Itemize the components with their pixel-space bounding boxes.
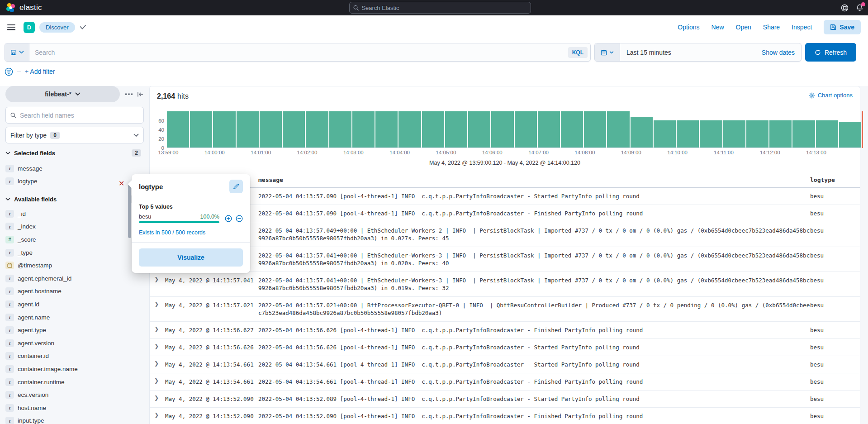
remove-logtype-field-icon[interactable]: ✕ [119,179,124,188]
histogram-bar[interactable] [769,120,792,148]
field-item-agent.ephemeral_id[interactable]: tagent.ephemeral_id [5,272,137,285]
field-item-_type[interactable]: t_type [5,246,137,259]
histogram-bar[interactable] [167,111,189,148]
chart-options-button[interactable]: Chart options [809,92,853,99]
expand-row-icon[interactable]: ❯ [153,297,165,307]
visualize-button[interactable]: Visualize [139,248,243,267]
table-row: ❯May 4, 2022 @ 14:13:57.0212022-05-04 04… [150,297,860,322]
field-item-container.image.name[interactable]: tcontainer.image.name [5,362,137,376]
field-item-agent.name[interactable]: tagent.name [5,311,137,324]
histogram-bar[interactable] [723,120,745,148]
field-search-input[interactable] [20,112,139,119]
expand-row-icon[interactable]: ❯ [153,373,165,384]
date-quick-menu-button[interactable] [595,43,620,61]
histogram-bar[interactable] [746,120,768,148]
space-avatar[interactable]: D [24,22,35,33]
histogram-bar[interactable] [607,111,629,148]
field-item-container.runtime[interactable]: tcontainer.runtime [5,376,137,389]
filter-out-value-icon[interactable] [236,215,243,222]
histogram-bar[interactable] [329,111,351,148]
kql-button[interactable]: KQL [568,47,588,58]
toolbar-link-share[interactable]: Share [763,24,780,31]
histogram-bar[interactable] [654,120,676,148]
histogram-bar[interactable] [260,111,282,148]
notification-dot [861,2,865,6]
histogram-chart[interactable]: 6040200 [167,111,861,148]
selected-fields-header[interactable]: Selected fields 2 [5,149,141,157]
query-input[interactable] [29,43,568,61]
expand-row-icon[interactable]: ❯ [153,339,165,349]
histogram-bar[interactable] [677,120,699,148]
field-item-agent.type[interactable]: tagent.type [5,324,137,337]
edit-field-button[interactable] [229,180,243,193]
field-item-ecs.version[interactable]: tecs.version [5,388,137,401]
filter-by-type-select[interactable]: Filter by type 0 [5,127,144,143]
exists-in-records-link[interactable]: Exists in 500 / 500 records [139,229,205,236]
expand-row-icon[interactable]: ❯ [153,322,165,332]
field-item-@timestamp[interactable]: @timestamp [5,259,137,272]
index-pattern-switcher[interactable]: filebeat-* [5,86,120,102]
field-item-input.type[interactable]: tinput.type [5,414,137,424]
field-item-logtype[interactable]: tlogtype [5,175,137,188]
expand-row-icon[interactable]: ❯ [153,391,165,401]
field-item-agent.version[interactable]: tagent.version [5,337,137,350]
save-button[interactable]: Save [824,20,861,34]
help-icon[interactable] [841,4,849,12]
histogram-bar[interactable] [792,120,815,148]
histogram-bar[interactable] [631,117,653,148]
available-fields-header[interactable]: Available fields 65 [5,195,141,203]
histogram-bar[interactable] [375,111,398,148]
collapse-sidebar-icon[interactable] [137,91,144,97]
field-item-agent.id[interactable]: tagent.id [5,298,137,311]
filter-for-value-icon[interactable] [225,215,232,222]
sidebar-scrollbar[interactable] [128,185,131,238]
toolbar-link-options[interactable]: Options [678,24,699,31]
saved-query-menu-button[interactable] [5,43,29,61]
field-item-_score[interactable]: #_score [5,233,137,246]
refresh-button[interactable]: Refresh [805,43,856,62]
histogram-bar[interactable] [213,111,235,148]
histogram-bar[interactable] [306,111,328,148]
field-item-container.id[interactable]: tcontainer.id [5,350,137,363]
time-range-value[interactable]: Last 15 minutes [620,49,762,56]
field-item-host.name[interactable]: thost.name [5,401,137,414]
histogram-bar[interactable] [237,111,259,148]
histogram-bar[interactable] [561,111,583,148]
histogram-bar[interactable] [398,111,421,148]
elastic-brand[interactable]: elastic [5,3,42,13]
expand-row-icon[interactable]: ❯ [153,408,165,418]
histogram-bar[interactable] [283,111,305,148]
show-dates-button[interactable]: Show dates [762,49,801,56]
toolbar-link-inspect[interactable]: Inspect [792,24,812,31]
histogram-bar[interactable] [538,111,560,148]
toolbar-link-new[interactable]: New [711,24,724,31]
col-logtype[interactable]: logtype [810,173,860,187]
field-item-message[interactable]: tmessage [5,162,137,175]
histogram-bar[interactable] [190,111,212,148]
expand-row-icon[interactable]: ❯ [153,356,165,367]
col-message[interactable]: message [258,173,810,187]
filter-icon[interactable] [5,67,13,76]
breadcrumb[interactable]: Discover [39,22,75,33]
notifications-button[interactable] [856,4,863,12]
histogram-bar[interactable] [422,111,444,148]
menu-icon[interactable] [7,24,15,30]
global-search[interactable] [349,2,531,14]
add-filter-button[interactable]: + Add filter [25,68,55,75]
histogram-bar[interactable] [584,111,606,148]
histogram-bar[interactable] [839,122,861,148]
histogram-bar[interactable] [445,111,467,148]
toolbar-link-open[interactable]: Open [736,24,751,31]
options-dots-icon[interactable] [125,93,133,95]
histogram-bar[interactable] [468,111,490,148]
histogram-bar[interactable] [352,111,375,148]
field-item-_index[interactable]: t_index [5,220,137,233]
histogram-bar[interactable] [700,120,722,148]
field-item-_id[interactable]: t_id [5,207,137,220]
histogram-bar[interactable] [515,111,537,148]
expand-row-icon[interactable]: ❯ [153,272,165,282]
histogram-bar[interactable] [816,120,838,148]
histogram-bar[interactable] [491,111,513,148]
field-item-agent.hostname[interactable]: tagent.hostname [5,285,137,298]
global-search-input[interactable] [361,5,527,11]
